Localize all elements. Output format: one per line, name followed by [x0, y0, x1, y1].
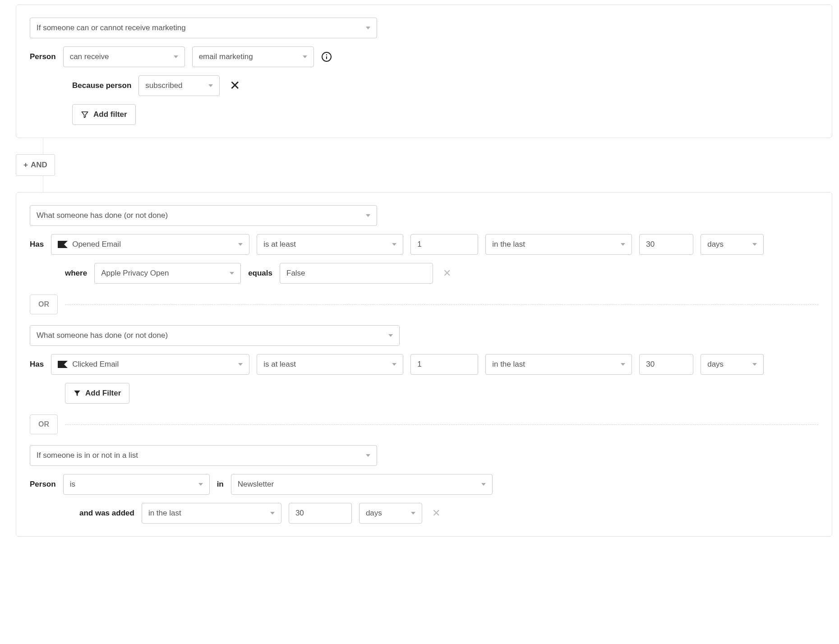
c3-in-label: in [217, 480, 224, 489]
c2-add-filter-button[interactable]: Add Filter [65, 383, 129, 404]
chevron-down-icon [238, 243, 243, 246]
channel-value: email marketing [199, 52, 253, 61]
channel-select[interactable]: email marketing [192, 46, 314, 67]
chevron-down-icon [481, 483, 486, 486]
c2-has-label: Has [30, 360, 44, 369]
c2-metric-label: Clicked Email [72, 360, 119, 369]
chevron-down-icon [366, 214, 370, 217]
c1-timeframe-unit-select[interactable]: days [701, 234, 764, 255]
c1-timeframe-op-select[interactable]: in the last [485, 234, 632, 255]
reason-select[interactable]: subscribed [138, 75, 220, 96]
and-button[interactable]: + AND [16, 154, 55, 176]
c1-count-input[interactable]: 1 [410, 234, 478, 255]
c3-timeframe-op-select[interactable]: in the last [142, 503, 281, 524]
flag-icon [58, 361, 68, 368]
because-person-label: Because person [72, 81, 131, 90]
chevron-down-icon [388, 334, 393, 337]
chevron-down-icon [198, 483, 203, 486]
c1-condition-type-label: What someone has done (or not done) [37, 211, 168, 220]
chevron-down-icon [752, 363, 757, 366]
funnel-icon [81, 110, 89, 119]
flag-icon [58, 241, 68, 248]
condition-group-1: If someone can or cannot receive marketi… [16, 5, 832, 138]
add-filter-button[interactable]: Add filter [72, 104, 136, 125]
c3-condition-type-label: If someone is in or not in a list [37, 451, 138, 460]
c1-timeframe-unit-label: days [707, 240, 724, 249]
remove-timeframe-button[interactable]: ✕ [429, 508, 443, 518]
or-button-2[interactable]: OR [30, 414, 58, 434]
c2-operator-select[interactable]: is at least [257, 354, 403, 375]
can-receive-select[interactable]: can receive [63, 46, 185, 67]
c3-list-value: Newsletter [238, 480, 274, 489]
c3-is-select[interactable]: is [63, 474, 210, 495]
condition-type-select[interactable]: If someone can or cannot receive marketi… [30, 18, 377, 38]
c2-count-input[interactable]: 1 [410, 354, 478, 375]
c2-timeframe-unit-label: days [707, 360, 724, 369]
c3-timeframe-value-input[interactable]: 30 [289, 503, 352, 524]
remove-where-button[interactable]: ✕ [440, 268, 454, 278]
c1-operator-label: is at least [263, 240, 296, 249]
reason-value: subscribed [145, 81, 182, 90]
c1-condition-type-select[interactable]: What someone has done (or not done) [30, 205, 377, 226]
person-label: Person [30, 52, 56, 61]
has-label: Has [30, 240, 44, 249]
c1-metric-select[interactable]: Opened Email [51, 234, 249, 255]
c3-timeframe-op-label: in the last [148, 509, 181, 518]
add-filter-label: Add filter [93, 110, 127, 119]
c2-timeframe-value-input[interactable]: 30 [639, 354, 693, 375]
c1-where-property-label: Apple Privacy Open [101, 269, 169, 278]
c1-operator-select[interactable]: is at least [257, 234, 403, 255]
chevron-down-icon [238, 363, 243, 366]
c1-where-value-input[interactable]: False [280, 263, 433, 284]
c3-list-select[interactable]: Newsletter [231, 474, 493, 495]
c3-was-added-label: and was added [79, 509, 134, 518]
chevron-down-icon [208, 84, 213, 87]
c2-timeframe-op-select[interactable]: in the last [485, 354, 632, 375]
chevron-down-icon [366, 27, 370, 29]
c3-condition-type-select[interactable]: If someone is in or not in a list [30, 445, 377, 466]
c3-timeframe-unit-select[interactable]: days [359, 503, 422, 524]
c2-condition-type-select[interactable]: What someone has done (or not done) [30, 325, 400, 346]
or-button-1[interactable]: OR [30, 294, 58, 314]
where-label: where [65, 269, 87, 278]
svg-marker-3 [58, 241, 68, 248]
c3-person-label: Person [30, 480, 56, 489]
c2-condition-type-label: What someone has done (or not done) [37, 331, 168, 340]
can-receive-value: can receive [70, 52, 109, 61]
chevron-down-icon [411, 512, 415, 515]
c2-timeframe-op-label: in the last [492, 360, 525, 369]
chevron-down-icon [392, 363, 396, 366]
plus-icon: + [23, 161, 28, 170]
c3-timeframe-unit-label: days [366, 509, 382, 518]
chevron-down-icon [303, 55, 307, 58]
c1-count-value: 1 [417, 240, 421, 249]
chevron-down-icon [621, 363, 625, 366]
chevron-down-icon [230, 272, 234, 275]
svg-point-2 [326, 54, 327, 55]
c1-where-property-select[interactable]: Apple Privacy Open [94, 263, 241, 284]
c2-metric-select[interactable]: Clicked Email [51, 354, 249, 375]
c1-timeframe-value-input[interactable]: 30 [639, 234, 693, 255]
or-label: OR [38, 300, 49, 308]
connector-line [43, 176, 832, 192]
chevron-down-icon [621, 243, 625, 246]
c3-is-value: is [70, 480, 75, 489]
or-label: OR [38, 420, 49, 428]
info-icon[interactable] [321, 51, 332, 62]
or-divider [65, 424, 818, 425]
condition-type-label: If someone can or cannot receive marketi… [37, 23, 186, 32]
c2-timeframe-value: 30 [646, 360, 655, 369]
and-label: AND [31, 161, 47, 170]
c1-timeframe-op-label: in the last [492, 240, 525, 249]
svg-marker-5 [74, 391, 80, 396]
equals-label: equals [248, 269, 272, 278]
remove-reason-button[interactable]: ✕ [227, 79, 243, 92]
c2-count-value: 1 [417, 360, 421, 369]
c2-operator-label: is at least [263, 360, 296, 369]
chevron-down-icon [392, 243, 396, 246]
chevron-down-icon [270, 512, 275, 515]
c1-where-value: False [286, 269, 305, 278]
or-divider [65, 304, 818, 305]
c1-timeframe-value: 30 [646, 240, 655, 249]
c2-timeframe-unit-select[interactable]: days [701, 354, 764, 375]
